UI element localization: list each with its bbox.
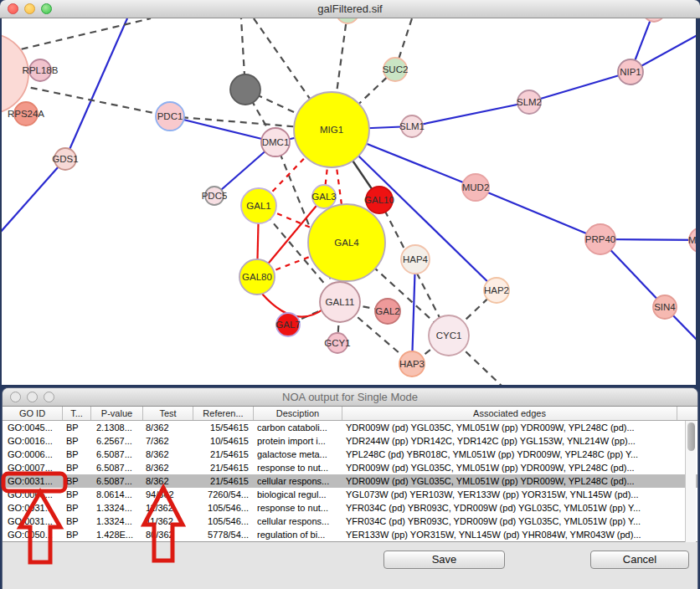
table-cell: BP bbox=[63, 501, 91, 515]
node-label-gal3: GAL3 bbox=[311, 192, 336, 202]
table-cell: 94/362 bbox=[143, 488, 193, 501]
table-cell: BP bbox=[63, 488, 91, 501]
column-header-description[interactable]: Desciption bbox=[254, 407, 342, 420]
node-label-slm1: SLM1 bbox=[399, 121, 425, 131]
table-cell: GO:0031... bbox=[3, 474, 63, 488]
node-label-cyc1: CYC1 bbox=[436, 330, 462, 341]
table-cell: YPL248C (pd) YBR018C, YML051W (pp) YDR00… bbox=[342, 448, 681, 461]
column-header-reference[interactable]: Referen... bbox=[193, 407, 254, 420]
close-button[interactable] bbox=[10, 392, 21, 402]
node-label-gal80: GAL80 bbox=[242, 272, 272, 282]
table-cell: protein import i... bbox=[254, 434, 342, 448]
table-row[interactable]: GO:0031...BP1.3324...11/362105/546...cel… bbox=[3, 515, 697, 528]
table-row[interactable]: GO:0031...BP1.3324...11/362105/546...res… bbox=[3, 501, 697, 515]
node-label-gal1: GAL1 bbox=[246, 201, 270, 211]
table-cell: 21/54615 bbox=[193, 448, 254, 461]
zoom-button[interactable] bbox=[44, 392, 54, 402]
close-button[interactable] bbox=[8, 3, 18, 14]
node-label-mig1: MIG1 bbox=[320, 125, 343, 135]
table-cell: 11/362 bbox=[143, 501, 193, 515]
node-label-pdc5: PDC5 bbox=[202, 191, 228, 201]
column-header-type[interactable]: T... bbox=[63, 407, 91, 420]
node-label-mud2: MUD2 bbox=[462, 182, 490, 192]
node-label-gal2: GAL2 bbox=[375, 306, 399, 316]
network-canvas[interactable]: RPL18BRPS24AGDS1PDC1MIG1SUC2SLM1DMC1NIP1… bbox=[2, 18, 696, 385]
table-row[interactable]: GO:0065...BP8.0614...94/3627260/54...bio… bbox=[3, 488, 697, 501]
network-edge[interactable] bbox=[412, 259, 415, 364]
table-cell: BP bbox=[63, 515, 91, 528]
table-cell: 7/362 bbox=[143, 434, 193, 448]
table-row[interactable]: GO:0016...BP6.2567...7/36210/54615protei… bbox=[3, 434, 697, 448]
vertical-scrollbar[interactable] bbox=[685, 421, 696, 542]
table-row[interactable]: GO:0006...BP6.5087...8/36221/54615galact… bbox=[3, 448, 697, 461]
node-pink-top[interactable] bbox=[643, 18, 665, 22]
table-cell: BP bbox=[63, 421, 91, 434]
table-cell: YDR244W (pp) YDR142C, YDR142C (pp) YGL15… bbox=[342, 434, 681, 448]
table-cell: 105/546... bbox=[193, 501, 254, 515]
table-row[interactable]: GO:0050...BP1.428E...80/3625778/54...reg… bbox=[3, 528, 697, 541]
node-label-slm2: SLM2 bbox=[517, 97, 542, 107]
network-edge[interactable] bbox=[10, 18, 151, 52]
network-edge[interactable] bbox=[476, 187, 600, 239]
table-cell: GO:0065... bbox=[3, 488, 63, 501]
table-row[interactable]: GO:0045...BP2.1308...8/36215/54615carbon… bbox=[3, 421, 697, 434]
node-label-prp40: PRP40 bbox=[585, 234, 615, 244]
noa-window-titlebar[interactable]: NOA output for Single Mode bbox=[3, 388, 697, 407]
node-label-hap4: HAP4 bbox=[403, 254, 429, 264]
table-cell: 105/546... bbox=[193, 515, 254, 528]
table-cell: GO:0050... bbox=[3, 528, 63, 541]
table-cell: YFR034C (pd) YBR093C, YDR009W (pd) YGL03… bbox=[342, 515, 681, 528]
column-header-go-id[interactable]: GO ID bbox=[3, 407, 63, 420]
table-cell: regulation of bi... bbox=[254, 528, 342, 541]
node-suc2-top[interactable] bbox=[337, 18, 358, 23]
network-edge[interactable] bbox=[65, 18, 127, 159]
table-cell: 11/362 bbox=[143, 515, 193, 528]
network-edge[interactable] bbox=[261, 293, 325, 317]
screen: galFiltered.sif RPL18BRPS24AGDS1PDC1MIG1… bbox=[0, 0, 700, 589]
table-row[interactable]: GO:0031...BP6.5087...8/36221/54615cellul… bbox=[3, 474, 697, 488]
table-cell: cellular respons... bbox=[254, 515, 342, 528]
network-edge[interactable] bbox=[529, 72, 631, 102]
table-cell: GO:0006... bbox=[3, 448, 63, 461]
node-label-gal7: GAL7 bbox=[275, 320, 300, 330]
column-header-p-value[interactable]: P-value bbox=[91, 407, 143, 420]
table-cell: 8/362 bbox=[143, 421, 193, 434]
node-label-gal4: GAL4 bbox=[334, 238, 359, 248]
column-header-associated-edges[interactable]: Associated edges bbox=[342, 407, 677, 420]
table-cell: 15/54615 bbox=[193, 421, 254, 434]
table-cell: BP bbox=[63, 448, 91, 461]
node-label-dmc1: DMC1 bbox=[262, 137, 290, 147]
noa-window-title: NOA output for Single Mode bbox=[61, 388, 639, 407]
column-header-test[interactable]: Test bbox=[143, 407, 193, 420]
results-table: GO:0045...BP2.1308...8/36215/54615carbon… bbox=[3, 421, 697, 542]
cancel-button[interactable]: Cancel bbox=[590, 551, 689, 569]
save-button[interactable]: Save bbox=[383, 551, 505, 569]
table-row[interactable]: GO:0007...BP6.5087...8/36221/54615respon… bbox=[3, 461, 697, 474]
table-cell: 8/362 bbox=[143, 461, 193, 474]
table-cell: YFR034C (pd) YBR093C, YDR009W (pd) YGL03… bbox=[342, 501, 681, 515]
minimize-button[interactable] bbox=[27, 392, 38, 402]
column-header-spacer bbox=[677, 407, 696, 420]
table-cell: YER133W (pp) YOR315W, YNL145W (pd) YHR08… bbox=[342, 528, 681, 541]
node-label-gds1: GDS1 bbox=[52, 154, 78, 164]
network-window-titlebar[interactable]: galFiltered.sif bbox=[0, 0, 700, 18]
scrollbar-thumb[interactable] bbox=[687, 423, 695, 451]
node-dark-node[interactable] bbox=[230, 74, 260, 105]
network-edge[interactable] bbox=[2, 159, 65, 233]
table-cell: carbon cataboli... bbox=[254, 421, 342, 434]
network-edge[interactable] bbox=[412, 102, 529, 126]
table-cell: response to nut... bbox=[254, 501, 342, 515]
table-cell: BP bbox=[63, 474, 91, 488]
window-title: galFiltered.sif bbox=[59, 0, 641, 18]
table-cell: 7260/54... bbox=[193, 488, 254, 501]
minimize-button[interactable] bbox=[24, 3, 35, 14]
table-cell: 80/362 bbox=[143, 528, 193, 541]
table-cell: GO:0016... bbox=[3, 434, 63, 448]
table-cell: 1.428E... bbox=[91, 528, 143, 541]
table-cell: 10/54615 bbox=[193, 434, 254, 448]
table-cell: BP bbox=[63, 434, 91, 448]
table-cell: 8.0614... bbox=[91, 488, 143, 501]
table-cell: cellular respons... bbox=[254, 474, 342, 488]
table-cell: YDR009W (pd) YGL035C, YML051W (pp) YDR00… bbox=[342, 461, 681, 474]
zoom-button[interactable] bbox=[41, 3, 52, 14]
